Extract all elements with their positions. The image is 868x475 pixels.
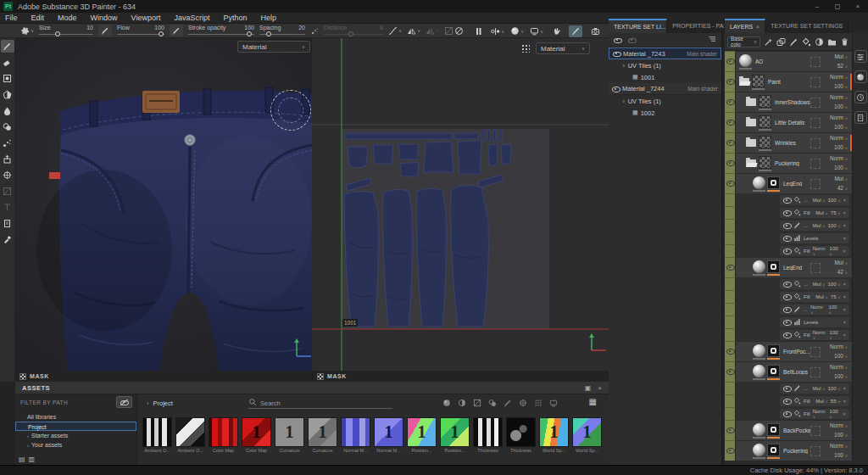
asset-item[interactable]: 1 Curvature <box>307 417 338 453</box>
viewport-2d[interactable]: 1001 Material∨ <box>312 38 609 371</box>
expand-arrow-icon[interactable]: › <box>27 433 29 439</box>
layer-mask-thumbnail[interactable] <box>767 423 780 436</box>
clone-tool[interactable] <box>1 120 14 133</box>
asset-item[interactable]: 1 World Sp... <box>538 417 570 453</box>
visibility-eye-icon[interactable] <box>726 263 734 271</box>
menu-help[interactable]: Help <box>253 13 283 24</box>
tab-texture-set-li-[interactable]: TEXTURE SET LI...× <box>609 19 667 33</box>
effect-opacity[interactable]: 100 ∨ <box>828 282 841 287</box>
symmetry-icon[interactable]: ∨ <box>407 25 420 36</box>
slider-distance[interactable]: Distance8 <box>324 25 383 37</box>
material-picker-tool[interactable] <box>1 169 14 182</box>
layer-opacity[interactable]: 52 ∨ <box>837 63 848 69</box>
asset-filter-clone-icon[interactable] <box>488 399 497 407</box>
folder-icon[interactable] <box>739 78 749 86</box>
layer-mask-thumbnail[interactable] <box>767 365 780 377</box>
udim-tile-row[interactable]: ▦1001 <box>609 71 721 83</box>
layer-thumbnail[interactable] <box>759 156 771 169</box>
effect-blend-mode[interactable]: Mul ∨ <box>815 294 828 299</box>
asset-item[interactable]: Thickness <box>472 417 504 453</box>
slider-stroke-opacity[interactable]: Stroke opacity100 <box>188 25 254 37</box>
folder-icon[interactable] <box>746 119 756 126</box>
visibility-eye-icon[interactable] <box>783 293 791 300</box>
layer-thumbnail[interactable] <box>753 260 765 273</box>
visibility-eye-icon[interactable] <box>783 234 791 242</box>
asset-thumbnail[interactable]: 1 <box>242 417 271 447</box>
layer-thumbnail[interactable] <box>759 115 771 128</box>
layer-effect-row[interactable]: Levels × <box>725 316 852 328</box>
visibility-eye-icon[interactable] <box>726 446 734 454</box>
remove-effect-icon[interactable]: × <box>843 249 846 254</box>
asset-thumbnail[interactable] <box>473 417 503 447</box>
visibility-eye-icon[interactable] <box>726 426 734 433</box>
remove-effect-icon[interactable]: × <box>843 386 846 391</box>
blend-mode[interactable]: Mul ∨ <box>834 53 848 59</box>
asset-filter-monitor-icon[interactable] <box>549 399 558 407</box>
effect-opacity[interactable]: 100 ∨ <box>828 223 841 228</box>
asset-item[interactable]: Color Map <box>208 417 239 453</box>
texture-set-filter-icon[interactable] <box>708 35 716 45</box>
effect-opacity[interactable]: 100 ∨ <box>828 198 841 203</box>
library-item-all-libraries[interactable]: All libraries <box>15 412 136 422</box>
effect-opacity[interactable]: 100 ∨ <box>828 386 841 391</box>
asset-item[interactable]: 1 World Sp... <box>571 417 603 453</box>
asset-filter-geomask-icon[interactable] <box>473 399 481 407</box>
layer-mask-thumbnail[interactable] <box>767 260 780 273</box>
texture-set-row[interactable]: Material _7243Main shader <box>609 48 721 59</box>
camera-icon[interactable] <box>588 25 602 37</box>
display-settings-icon[interactable] <box>854 50 867 63</box>
slider-size[interactable]: Size10 <box>39 25 93 37</box>
tab-texture-set-settings[interactable]: TEXTURE SET SETTINGS <box>765 19 849 33</box>
polygon-fill-tool[interactable] <box>1 88 14 101</box>
expand-arrow-icon[interactable]: › <box>27 443 29 448</box>
blend-mode[interactable]: Norm ∨ <box>830 155 848 161</box>
visibility-eye-icon[interactable] <box>783 305 791 313</box>
remove-effect-icon[interactable]: × <box>843 411 846 416</box>
asset-filter-picker-icon[interactable] <box>519 399 527 407</box>
grid-view-icon[interactable]: ▦ <box>589 397 597 406</box>
search-input[interactable]: Search <box>248 398 392 409</box>
layer-opacity[interactable]: 100 ∨ <box>834 144 848 150</box>
layer-row[interactable]: BeltLoops Norm ∨ 100 ∨ <box>725 361 852 382</box>
layer-row[interactable]: FrontPoc... Norm ∨ 100 ∨ <box>725 341 852 361</box>
layer-row[interactable]: LegEnd Mul ∨ 42 ∨ <box>725 257 852 277</box>
menu-file[interactable]: File <box>0 13 25 24</box>
asset-filter-brush-icon[interactable] <box>504 399 512 407</box>
visibility-eye-icon[interactable] <box>726 159 734 166</box>
visibility-eye-icon[interactable] <box>783 397 791 405</box>
asset-thumbnail[interactable]: 1 <box>374 417 403 447</box>
eraser-tool[interactable] <box>1 56 14 69</box>
layer-thumbnail[interactable] <box>753 423 765 436</box>
visibility-eye-icon[interactable] <box>783 196 791 204</box>
channel-filter-select[interactable]: Base colo∨ <box>727 36 760 48</box>
effect-opacity[interactable]: 100 ∨ <box>830 330 841 340</box>
folder-icon[interactable] <box>746 159 756 167</box>
blend-mode[interactable]: Norm ∨ <box>830 443 848 449</box>
material-mode-icon[interactable]: ∨ <box>510 25 524 37</box>
visibility-eye-icon[interactable] <box>726 57 734 64</box>
layer-row[interactable]: LegEnd Mul ∨ 42 ∨ <box>725 173 852 193</box>
visibility-eye-icon[interactable] <box>614 36 621 44</box>
breadcrumb[interactable]: › Project <box>147 400 173 407</box>
effect-opacity[interactable]: 100 ∨ <box>830 246 841 256</box>
asset-thumbnail[interactable] <box>506 417 536 447</box>
add-effect-icon[interactable] <box>764 37 773 47</box>
display-mode-icon[interactable]: ∨ <box>530 25 543 37</box>
asset-thumbnail[interactable] <box>341 417 370 447</box>
blend-mode[interactable]: Norm ∨ <box>830 74 848 80</box>
layer-effect-row[interactable]: Fill Mul ∨ 75 ∨ × <box>725 290 852 303</box>
blend-mode[interactable]: Mul ∨ <box>834 260 848 265</box>
layer-opacity[interactable]: 100 ∨ <box>834 432 848 438</box>
add-smart-mask-icon[interactable] <box>815 37 824 47</box>
asset-thumbnail[interactable]: 1 <box>308 417 337 447</box>
remove-effect-icon[interactable]: × <box>843 320 846 325</box>
radial-symmetry-icon[interactable]: ∨ <box>426 25 439 36</box>
udim-tile-row[interactable]: ▦1002 <box>609 107 721 119</box>
effect-blend-mode[interactable]: Mul ∨ <box>813 223 826 228</box>
menu-javascript[interactable]: JavaScript <box>167 13 216 24</box>
slider-spacing[interactable]: Spacing20 <box>259 25 305 37</box>
visibility-eye-icon[interactable] <box>726 179 734 187</box>
asset-filter-halfcircle-icon[interactable] <box>458 399 466 407</box>
layer-thumbnail[interactable] <box>739 54 752 67</box>
layer-row[interactable]: Little Details Norm ∨ 100 ∨ <box>725 112 852 132</box>
